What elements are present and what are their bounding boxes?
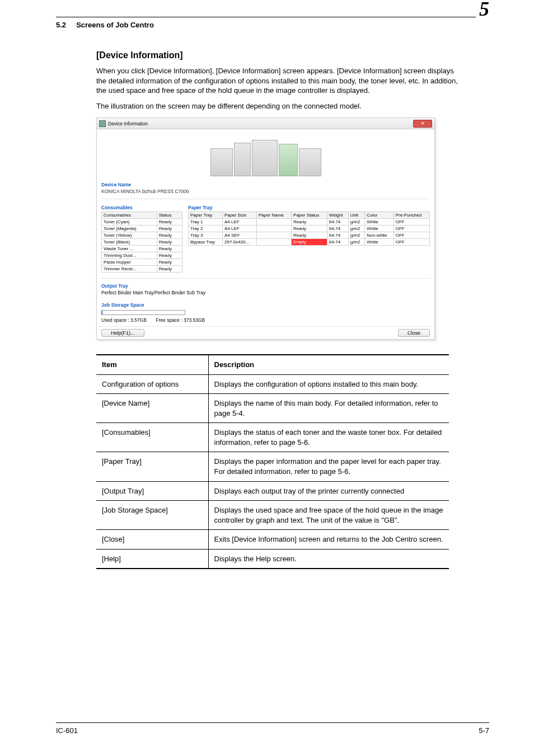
table-row: Tray 1A4 LEFReady64-74g/m2WhiteOFF (189, 219, 430, 226)
table-cell: Displays the name of this main body. For… (208, 394, 449, 423)
device-name-label: Device Name (97, 180, 434, 189)
output-tray-label: Output Tray (101, 281, 430, 290)
table-row: Trimming Dust...Ready (102, 252, 182, 259)
job-storage-label: Job Storage Space (101, 300, 430, 309)
table-cell: [Device Name] (96, 394, 208, 423)
table-cell: Toner (Magenta) (102, 226, 157, 232)
table-cell: [Close] (96, 530, 208, 550)
table-cell: Ready (157, 246, 182, 252)
subsection-title: [Device Information] (96, 50, 489, 60)
table-cell: Tray 3 (189, 232, 223, 239)
section-title: Screens of Job Centro (76, 21, 154, 29)
window-icon (99, 120, 106, 127)
table-cell: Toner (Cyan) (102, 219, 157, 226)
paper-tray-label: Paper Tray (188, 203, 430, 212)
table-header: Paper Tray (189, 212, 223, 219)
table-row: [Output Tray]Displays each output tray o… (96, 481, 449, 501)
table-header: Weight (327, 212, 348, 219)
used-space: Used space : 3.57GB (101, 317, 147, 323)
table-cell: White (365, 226, 394, 232)
consumables-label: Consumables (101, 203, 182, 212)
table-cell: Waste Toner ... (102, 246, 157, 252)
table-header: Description (208, 355, 449, 374)
table-header: Unit (348, 212, 365, 219)
table-cell: White (365, 219, 394, 226)
table-cell: [Output Tray] (96, 481, 208, 501)
table-row: [Job Storage Space]Displays the used spa… (96, 501, 449, 530)
storage-bar (101, 310, 185, 315)
close-button[interactable]: Close (398, 329, 430, 337)
table-cell: Ready (157, 266, 182, 273)
table-cell: Ready (157, 252, 182, 259)
table-cell (257, 226, 292, 232)
close-icon[interactable]: ✕ (413, 120, 432, 128)
table-row: Paste HopperReady (102, 259, 182, 266)
table-cell: Trimming Dust... (102, 252, 157, 259)
table-row: Toner (Yellow)Ready (102, 232, 182, 239)
table-cell: Displays the paper information and the p… (208, 452, 449, 481)
table-header: Pre-Punched (394, 212, 429, 219)
table-cell (257, 219, 292, 226)
description-table: Item Description Configuration of option… (96, 354, 449, 569)
table-cell: OFF (394, 219, 429, 226)
page-footer: IC-601 5-7 (56, 722, 489, 735)
table-cell: Tray 2 (189, 226, 223, 232)
section-number: 5.2 (56, 21, 66, 29)
table-cell: Ready (292, 232, 327, 239)
table-cell: Ready (157, 226, 182, 232)
table-row: [Consumables]Displays the status of each… (96, 423, 449, 452)
table-cell: Displays the used space and free space o… (208, 501, 449, 530)
table-cell: 64-74 (327, 239, 348, 246)
table-row: Toner (Black)Ready (102, 239, 182, 246)
device-information-window: Device Information ✕ Device Name KONICA … (96, 118, 435, 340)
window-titlebar: Device Information ✕ (97, 118, 434, 129)
table-cell: [Job Storage Space] (96, 501, 208, 530)
free-space: Free space : 373.53GB (156, 317, 205, 323)
table-cell: Ready (292, 226, 327, 232)
table-cell: OFF (394, 239, 429, 246)
table-cell: Toner (Black) (102, 239, 157, 246)
table-cell: Ready (157, 259, 182, 266)
table-cell: Displays the Help screen. (208, 549, 449, 569)
table-cell: A4 LEF (222, 226, 256, 232)
table-header: Paper Name (257, 212, 292, 219)
table-row: Toner (Magenta)Ready (102, 226, 182, 232)
table-cell: Displays the status of each toner and th… (208, 423, 449, 452)
consumables-table: Consumables Status Toner (Cyan)ReadyTone… (101, 212, 182, 273)
table-header: Status (157, 212, 182, 219)
table-cell: Toner (Yellow) (102, 232, 157, 239)
table-cell: [Help] (96, 549, 208, 569)
page-header: 5.2 Screens of Job Centro (56, 21, 489, 29)
help-button[interactable]: Help(F1)... (101, 329, 144, 337)
table-cell: Ready (157, 232, 182, 239)
table-header: Paper Size (222, 212, 256, 219)
table-cell: Ready (292, 219, 327, 226)
table-header: Consumables (102, 212, 157, 219)
table-cell: Ready (157, 239, 182, 246)
table-cell: g/m2 (348, 239, 365, 246)
table-cell: Trimmer Recei... (102, 266, 157, 273)
table-cell: Paste Hopper (102, 259, 157, 266)
table-cell: OFF (394, 226, 429, 232)
table-row: [Help]Displays the Help screen. (96, 549, 449, 569)
window-title: Device Information (108, 121, 148, 126)
table-row: Tray 2A4 LEFReady64-74g/m2WhiteOFF (189, 226, 430, 232)
table-row: [Device Name]Displays the name of this m… (96, 394, 449, 423)
table-row: Trimmer Recei...Ready (102, 266, 182, 273)
body-paragraph: When you click [Device Information], [De… (96, 66, 460, 96)
table-cell: Displays the configuration of options in… (208, 374, 449, 394)
table-row: Toner (Cyan)Ready (102, 219, 182, 226)
footer-left: IC-601 (56, 726, 78, 735)
table-cell: Bypass Tray (189, 239, 223, 246)
table-cell: [Paper Tray] (96, 452, 208, 481)
table-header: Paper Status (292, 212, 327, 219)
table-header: Item (96, 355, 208, 374)
table-cell: 64-74 (327, 219, 348, 226)
table-row: Bypass Tray297.0x420...Empty64-74g/m2Whi… (189, 239, 430, 246)
table-row: Waste Toner ...Ready (102, 246, 182, 252)
chapter-number: 5 (476, 0, 489, 18)
table-cell: Exits [Device Information] screen and re… (208, 530, 449, 550)
table-cell: [Consumables] (96, 423, 208, 452)
table-cell: 64-74 (327, 232, 348, 239)
table-cell (257, 232, 292, 239)
